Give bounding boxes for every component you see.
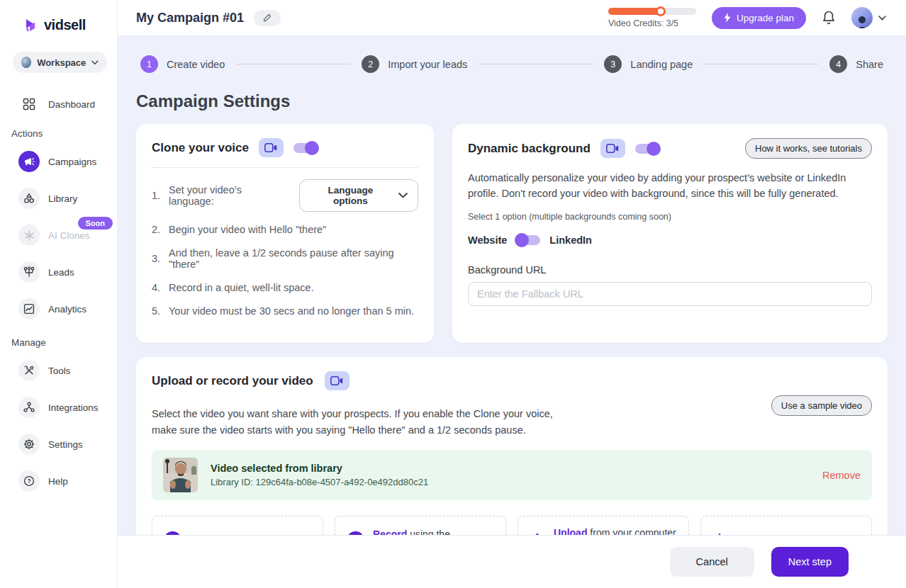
website-option-label[interactable]: Website xyxy=(468,234,507,246)
clone-step-1: 1. Set your video’s language: Language o… xyxy=(152,179,418,212)
content-area: 1 Create video 2 Import your leads 3 Lan… xyxy=(118,35,906,588)
step-text: Record in a quiet, well-lit space. xyxy=(169,282,314,293)
sidebar-item-tools[interactable]: Tools xyxy=(0,355,117,386)
record-extension-link[interactable]: Record xyxy=(373,528,407,535)
background-url-input[interactable] xyxy=(468,282,872,306)
sidebar-item-integrations[interactable]: Integrations xyxy=(0,392,117,423)
user-menu[interactable] xyxy=(851,7,886,28)
video-source-options: REC Record local REC Record using the ex… xyxy=(152,516,872,535)
step-create-video[interactable]: 1 Create video xyxy=(140,55,225,73)
step-text: Your video must be 30 secs and no longer… xyxy=(169,305,414,317)
video-camera-icon xyxy=(325,371,349,390)
step-index: 3. xyxy=(152,253,164,264)
video-camera-icon xyxy=(600,139,625,158)
sidebar-item-dashboard[interactable]: Dashboard xyxy=(0,93,117,115)
upload-record-card: Upload or record your video Use a sample… xyxy=(136,357,888,535)
website-linkedin-toggle[interactable] xyxy=(516,235,540,245)
step-text: And then, leave a 1/2 seconds pause afte… xyxy=(169,247,418,270)
upload-computer-option[interactable]: Upload from your computer MP4 ou MOV (ma… xyxy=(518,516,689,535)
notifications-button[interactable] xyxy=(822,10,836,26)
upload-description: Select the video you want share with you… xyxy=(152,406,872,439)
brand-name: vidsell xyxy=(44,17,86,33)
chevron-down-icon xyxy=(398,193,408,198)
workspace-switcher[interactable]: Workspace xyxy=(13,52,107,73)
option-text: Upload from your computer xyxy=(554,527,676,535)
step-label: Import your leads xyxy=(388,59,467,70)
next-step-button[interactable]: Next step xyxy=(771,547,849,577)
clone-voice-title: Clone your voice xyxy=(152,141,249,155)
sidebar: vidsell Workspace Dashboard Actions Camp… xyxy=(0,0,118,588)
sidebar-item-label: Library xyxy=(48,193,77,204)
clone-voice-toggle[interactable] xyxy=(293,143,318,153)
option-rest: from your computer xyxy=(590,527,676,535)
linkedin-option-label[interactable]: LinkedIn xyxy=(549,234,592,246)
record-extension-option[interactable]: REC Record using the extension xyxy=(335,516,506,535)
use-sample-video-button[interactable]: Use a sample video xyxy=(771,395,872,416)
step-index: 1. xyxy=(152,190,164,201)
language-options-dropdown[interactable]: Language options xyxy=(299,179,418,212)
avatar xyxy=(851,7,873,28)
video-camera-icon xyxy=(259,138,284,157)
soon-badge: Soon xyxy=(78,217,113,230)
cancel-button[interactable]: Cancel xyxy=(670,547,754,577)
dashboard-icon xyxy=(18,98,40,111)
tools-icon xyxy=(18,360,40,381)
dynamic-background-description: Automatically personalize your video by … xyxy=(468,170,865,202)
select-option-note: Select 1 option (multiple backgrounds co… xyxy=(468,212,872,222)
background-source-switch: Website LinkedIn xyxy=(468,234,872,246)
sidebar-item-label: AI Clones xyxy=(48,230,90,241)
step-landing-page[interactable]: 3 Landing page xyxy=(604,55,693,73)
upload-computer-link[interactable]: Upload xyxy=(554,527,587,535)
edit-campaign-name-button[interactable] xyxy=(254,10,281,26)
sidebar-item-library[interactable]: Library xyxy=(0,183,117,214)
sidebar-item-settings[interactable]: Settings xyxy=(0,429,117,460)
sidebar-item-analytics[interactable]: Analytics xyxy=(0,293,117,324)
video-thumbnail xyxy=(163,458,198,492)
sidebar-item-label: Analytics xyxy=(48,304,86,315)
app-root: vidsell Workspace Dashboard Actions Camp… xyxy=(0,0,906,588)
sidebar-item-help[interactable]: ? Help xyxy=(0,465,117,497)
leads-icon xyxy=(18,261,40,283)
tutorials-button[interactable]: How it works, see tutorials xyxy=(745,138,872,159)
sidebar-section-manage: Manage xyxy=(0,330,117,355)
choose-library-option[interactable]: Choose video in library xyxy=(700,516,872,535)
brand-logo: vidsell xyxy=(0,17,117,33)
stepper-connector xyxy=(236,64,350,64)
analytics-chart-icon xyxy=(18,298,40,320)
credits-progress-fill xyxy=(608,8,661,15)
sidebar-item-label: Leads xyxy=(48,267,74,278)
bell-icon xyxy=(822,10,836,26)
vidsell-logo-icon xyxy=(24,18,40,33)
step-import-leads[interactable]: 2 Import your leads xyxy=(362,55,467,73)
clone-step-4: 4. Record in a quiet, well-lit space. xyxy=(152,282,418,293)
credits-progress-knob xyxy=(656,6,666,16)
sidebar-item-label: Campaigns xyxy=(48,157,96,167)
step-number: 4 xyxy=(829,55,847,73)
sidebar-item-label: Settings xyxy=(48,439,83,450)
record-local-option[interactable]: REC Record local xyxy=(152,516,323,535)
chevron-down-icon xyxy=(91,60,99,65)
stepper: 1 Create video 2 Import your leads 3 Lan… xyxy=(140,55,883,73)
step-share[interactable]: 4 Share xyxy=(829,55,883,73)
remove-video-link[interactable]: Remove xyxy=(822,470,861,481)
selected-video-banner: Video selected from library Library ID: … xyxy=(152,450,872,500)
topbar: My Campaign #01 Video Credits: 3/5 Upgra… xyxy=(118,0,906,35)
credits-progress-bar xyxy=(608,8,696,15)
upload-description-line2: make sure the video starts with you sayi… xyxy=(152,424,526,436)
dynamic-background-toggle[interactable] xyxy=(635,144,659,154)
megaphone-icon xyxy=(18,151,40,172)
topbar-right: Video Credits: 3/5 Upgrade plan xyxy=(608,7,886,29)
gear-icon xyxy=(18,434,40,455)
sidebar-section-actions: Actions xyxy=(0,121,117,146)
step-index: 5. xyxy=(152,305,164,317)
upgrade-plan-label: Upgrade plan xyxy=(737,13,794,23)
workspace-label: Workspace xyxy=(37,57,86,68)
selected-video-library-id: Library ID: 129c64fa-b08e-4507-a492-0e49… xyxy=(211,477,428,487)
help-icon: ? xyxy=(18,470,40,492)
step-label: Share xyxy=(856,59,883,70)
sidebar-item-campaigns[interactable]: Campaigns xyxy=(0,146,117,177)
step-number: 3 xyxy=(604,55,622,73)
pencil-icon xyxy=(263,13,272,22)
sidebar-item-leads[interactable]: Leads xyxy=(0,256,117,288)
upgrade-plan-button[interactable]: Upgrade plan xyxy=(712,7,806,29)
